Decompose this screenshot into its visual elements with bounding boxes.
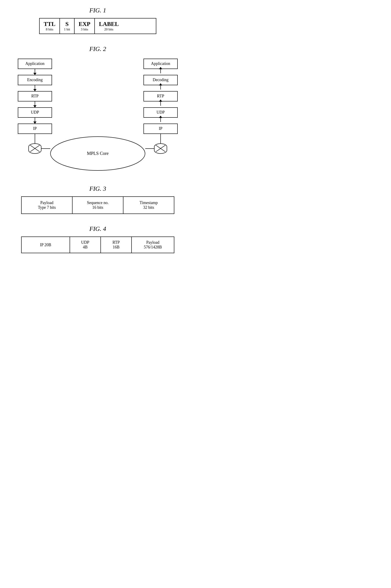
fig3-title: FIG. 3: [13, 185, 182, 192]
svg-text:UDP: UDP: [31, 110, 39, 115]
fig1-title: FIG. 1: [13, 7, 182, 14]
fig3-timestamp-line2: 32 bits: [143, 205, 154, 210]
fig3-cell-timestamp: Timestamp 32 bits: [123, 197, 174, 213]
fig4-payload-line2: 576/1428B: [144, 245, 162, 250]
svg-marker-3: [33, 73, 36, 75]
fig1-section: FIG. 1 TTL 8 bits S 1 bit EXP 3 bits LAB…: [13, 7, 182, 34]
fig3-payload-line2: Type 7 bits: [38, 205, 56, 210]
fig4-udp-line1: UDP: [81, 240, 89, 245]
fig3-sequence-line1: Sequence no.: [87, 200, 108, 205]
fig1-cell-s: S 1 bit: [60, 18, 75, 34]
svg-text:Encoding: Encoding: [27, 78, 43, 82]
fig3-payload-line1: Payload: [40, 200, 53, 205]
fig3-cell-sequence: Sequence no. 16 bits: [73, 197, 123, 213]
fig3-section: FIG. 3 Payload Type 7 bits Sequence no. …: [13, 185, 182, 214]
fig3-timestamp-line1: Timestamp: [140, 200, 158, 205]
fig1-label-label: LABEL: [99, 21, 119, 27]
fig4-section: FIG. 4 IP 20B UDP 4B RTP 16B Payload 576…: [13, 225, 182, 253]
fig4-rtp-line1: RTP: [113, 240, 120, 245]
fig4-udp-line2: 4B: [83, 245, 88, 250]
fig1-exp-label: EXP: [79, 21, 90, 27]
fig1-ttl-bits: 8 bits: [46, 27, 53, 31]
svg-text:UDP: UDP: [157, 110, 165, 115]
fig4-cell-rtp: RTP 16B: [101, 237, 132, 253]
svg-text:Application: Application: [151, 61, 170, 66]
fig4-cell-payload: Payload 576/1428B: [132, 237, 174, 253]
fig3-table: Payload Type 7 bits Sequence no. 16 bits…: [21, 196, 174, 214]
fig4-ip-line1: IP 20B: [40, 243, 51, 247]
fig2-title: FIG. 2: [13, 45, 182, 52]
fig1-cell-exp: EXP 3 bits: [75, 18, 95, 34]
fig1-s-label: S: [65, 21, 69, 27]
fig1-exp-bits: 3 bits: [81, 27, 88, 31]
fig2-section: FIG. 2 Application Encoding RTP UDP: [13, 45, 182, 174]
fig1-cell-label: LABEL 20 bits: [95, 18, 123, 34]
svg-text:Application: Application: [25, 61, 45, 66]
fig2-svg: Application Encoding RTP UDP: [13, 57, 182, 174]
fig4-payload-line1: Payload: [146, 240, 159, 245]
fig1-s-bits: 1 bit: [64, 27, 70, 31]
fig3-sequence-line2: 16 bits: [92, 205, 103, 210]
svg-marker-15: [33, 122, 36, 124]
fig2-diagram: Application Encoding RTP UDP: [13, 57, 182, 174]
fig1-ttl-label: TTL: [44, 21, 55, 27]
svg-text:IP: IP: [159, 126, 162, 131]
fig4-table: IP 20B UDP 4B RTP 16B Payload 576/1428B: [21, 237, 174, 253]
fig4-cell-ip: IP 20B: [22, 237, 70, 253]
fig4-title: FIG. 4: [13, 225, 182, 232]
svg-text:RTP: RTP: [157, 94, 164, 98]
fig1-label-bits: 20 bits: [104, 27, 113, 31]
svg-marker-11: [33, 105, 36, 108]
svg-text:IP: IP: [33, 126, 37, 131]
svg-text:RTP: RTP: [31, 94, 38, 98]
svg-marker-7: [33, 89, 36, 91]
fig4-cell-udp: UDP 4B: [70, 237, 101, 253]
svg-text:Decoding: Decoding: [153, 78, 169, 82]
svg-text:MPLS Core: MPLS Core: [87, 151, 108, 156]
fig3-cell-payload: Payload Type 7 bits: [22, 197, 73, 213]
fig1-table: TTL 8 bits S 1 bit EXP 3 bits LABEL 20 b…: [39, 18, 156, 34]
fig4-rtp-line2: 16B: [113, 245, 120, 250]
fig1-cell-ttl: TTL 8 bits: [40, 18, 60, 34]
